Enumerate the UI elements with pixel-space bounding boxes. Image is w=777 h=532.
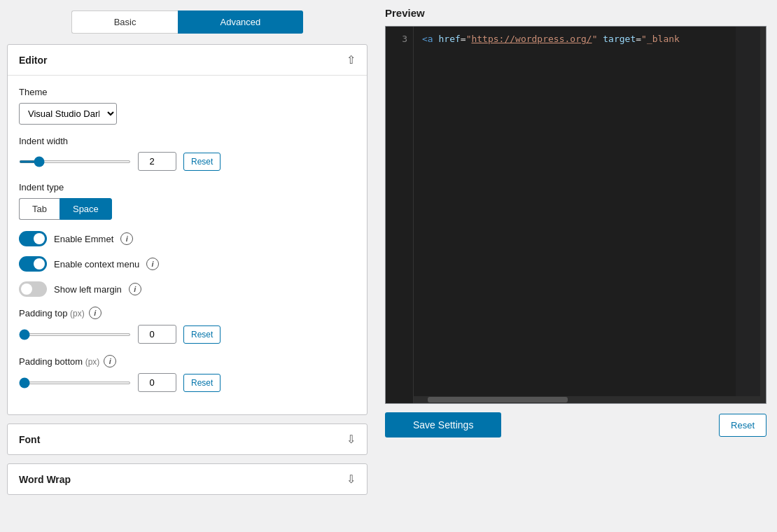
padding-bottom-label: Padding bottom (px) [19, 356, 99, 367]
indent-width-input[interactable]: 2 [138, 152, 176, 171]
indent-type-label: Indent type [19, 182, 356, 192]
action-row: Save Settings Reset [385, 404, 766, 446]
tab-switcher: Basic Advanced [7, 10, 368, 34]
enable-context-menu-info-icon[interactable]: i [146, 258, 159, 270]
show-left-margin-row: Show left margin i [19, 281, 356, 297]
padding-bottom-label-row: Padding bottom (px) i [19, 355, 356, 368]
reset-button[interactable]: Reset [719, 414, 766, 437]
indent-type-group: Indent type Tab Space [19, 182, 356, 220]
font-chevron-down-icon: ⇩ [346, 433, 356, 446]
line-numbers: 3 [386, 27, 414, 403]
editor-section: Editor ⇧ Theme Visual Studio Dark Visual… [7, 44, 368, 415]
theme-select[interactable]: Visual Studio Dark Visual Studio Light M… [19, 103, 117, 125]
padding-top-row: 0 Reset [19, 325, 356, 344]
show-left-margin-info-icon[interactable]: i [129, 283, 141, 295]
indent-width-label: Indent width [19, 136, 356, 146]
font-section-header[interactable]: Font ⇩ [8, 424, 367, 454]
font-section-title: Font [19, 434, 40, 445]
indent-width-group: Indent width 2 Reset [19, 136, 356, 171]
show-left-margin-toggle[interactable] [19, 281, 47, 297]
editor-section-title: Editor [19, 55, 47, 66]
tab-advanced[interactable]: Advanced [178, 10, 303, 34]
enable-emmet-label: Enable Emmet [54, 234, 113, 244]
enable-emmet-row: Enable Emmet i [19, 231, 356, 246]
editor-chevron-up-icon: ⇧ [346, 53, 356, 66]
left-panel: Basic Advanced Editor ⇧ Theme Visual Stu… [0, 0, 374, 532]
word-wrap-section-title: Word Wrap [19, 474, 71, 485]
indent-width-reset-button[interactable]: Reset [183, 153, 220, 171]
enable-context-menu-row: Enable context menu i [19, 256, 356, 272]
padding-top-info-icon[interactable]: i [89, 307, 102, 319]
padding-top-slider[interactable] [19, 333, 131, 336]
padding-bottom-group: Padding bottom (px) i 0 Reset [19, 355, 356, 392]
minimap [736, 27, 760, 403]
padding-top-reset-button[interactable]: Reset [183, 326, 220, 344]
editor-section-header[interactable]: Editor ⇧ [8, 45, 367, 76]
enable-context-menu-toggle[interactable] [19, 256, 47, 272]
enable-context-menu-label: Enable context menu [54, 259, 139, 270]
horizontal-scrollbar-thumb [428, 397, 568, 402]
code-content: <a href="https://wordpress.org/" target=… [414, 27, 766, 403]
padding-bottom-slider[interactable] [19, 382, 131, 384]
padding-bottom-input[interactable]: 0 [138, 373, 176, 392]
right-panel: Preview 3 <a href="https://wordpress.org… [374, 0, 777, 532]
horizontal-scrollbar[interactable] [414, 396, 766, 403]
vertical-scrollbar[interactable] [760, 27, 766, 403]
padding-top-group: Padding top (px) i 0 Reset [19, 307, 356, 344]
show-left-margin-label: Show left margin [54, 284, 122, 295]
indent-width-row: 2 Reset [19, 152, 356, 171]
word-wrap-section: Word Wrap ⇩ [7, 463, 368, 495]
indent-type-buttons: Tab Space [19, 198, 356, 220]
padding-bottom-row: 0 Reset [19, 373, 356, 392]
tab-basic[interactable]: Basic [71, 10, 178, 34]
preview-title: Preview [385, 7, 766, 19]
theme-group: Theme Visual Studio Dark Visual Studio L… [19, 87, 356, 125]
enable-emmet-toggle[interactable] [19, 231, 47, 246]
padding-top-label-row: Padding top (px) i [19, 307, 356, 319]
code-preview: 3 <a href="https://wordpress.org/" targe… [385, 26, 766, 404]
indent-space-button[interactable]: Space [59, 198, 112, 220]
word-wrap-section-header[interactable]: Word Wrap ⇩ [8, 464, 367, 494]
editor-section-body: Theme Visual Studio Dark Visual Studio L… [8, 76, 367, 414]
word-wrap-chevron-down-icon: ⇩ [346, 472, 356, 486]
indent-width-slider[interactable] [19, 160, 131, 163]
font-section: Font ⇩ [7, 424, 368, 455]
line-number-3: 3 [393, 34, 407, 44]
padding-bottom-reset-button[interactable]: Reset [183, 374, 220, 392]
theme-label: Theme [19, 87, 356, 97]
padding-bottom-info-icon[interactable]: i [104, 355, 116, 368]
enable-emmet-info-icon[interactable]: i [120, 232, 133, 245]
padding-top-input[interactable]: 0 [138, 325, 176, 344]
code-preview-inner: 3 <a href="https://wordpress.org/" targe… [386, 27, 766, 403]
indent-tab-button[interactable]: Tab [19, 198, 59, 220]
padding-top-label: Padding top (px) [19, 308, 85, 318]
save-settings-button[interactable]: Save Settings [385, 412, 501, 438]
